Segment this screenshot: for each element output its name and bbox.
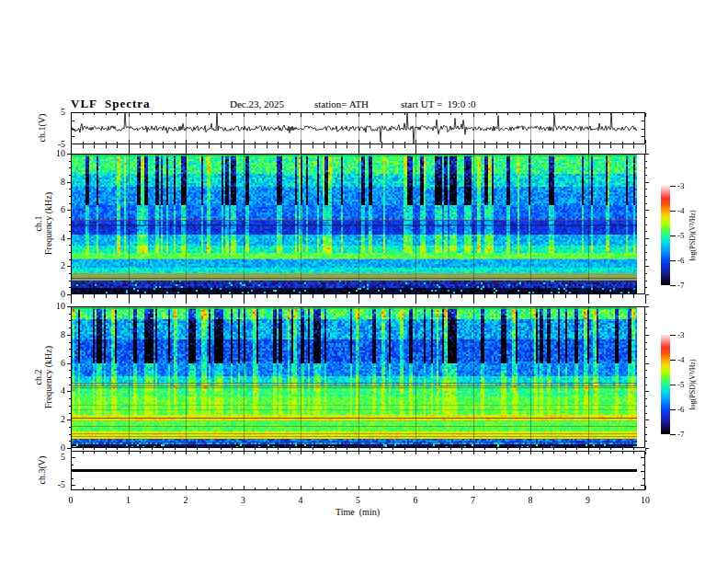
ch2-spec-ylabel-channel: ch.2 [33, 346, 43, 408]
colorbar-tick-label: -5 [677, 231, 692, 240]
colorbar-tick-label: -6 [677, 405, 692, 414]
y-tick-label: -5 [47, 479, 65, 489]
ch2-spectrogram-canvas [71, 306, 645, 448]
y-tick-label: 8 [47, 329, 65, 339]
header-start-ut: start UT = 19:0 :0 [401, 98, 475, 109]
y-tick-label: 2 [47, 260, 65, 270]
ch1-spec-ylabel-axis: Frequency (kHz) [43, 192, 53, 255]
y-tick-label: 5 [47, 107, 65, 117]
ch1-wave-ylabel-text: ch.1(V) [37, 114, 47, 143]
y-tick-label: 2 [47, 414, 65, 424]
x-tick-label: 6 [406, 495, 425, 505]
y-tick-label: 10 [47, 301, 65, 311]
x-axis-label: Time (min) [321, 507, 394, 517]
x-tick-label: 7 [464, 495, 483, 505]
ch3-wave-ylabel: ch.3(V) [37, 456, 47, 485]
colorbar-1 [661, 186, 670, 285]
colorbar-tick-label: -4 [677, 355, 692, 364]
y-tick-label: 4 [47, 385, 65, 396]
x-tick-label: 8 [521, 495, 540, 505]
vlf-spectra-figure: VLF Spectra Dec.23, 2025 station= ATH st… [0, 0, 728, 563]
colorbar-tick-label: -4 [677, 206, 692, 215]
x-tick-label: 0 [62, 495, 80, 505]
y-tick-label: -5 [47, 139, 65, 149]
y-tick-label: 6 [47, 358, 65, 368]
y-tick-label: 6 [47, 204, 65, 214]
x-tick-label: 9 [579, 495, 597, 505]
ch3-wave-ylabel-text: ch.3(V) [37, 456, 47, 485]
x-tick-label: 3 [234, 495, 253, 505]
x-tick-label: 5 [349, 495, 368, 505]
figure-title: VLF Spectra [71, 97, 151, 111]
colorbar-tick-label: -3 [677, 330, 692, 339]
ch1-wave-ylabel: ch.1(V) [37, 114, 47, 143]
ch3-waveform-canvas [71, 451, 645, 490]
colorbar-tick-label: -6 [677, 256, 692, 265]
x-tick-label: 2 [176, 495, 195, 505]
colorbar-tick-label: -7 [677, 281, 692, 290]
y-tick-label: 8 [47, 177, 65, 187]
y-tick-label: 0 [47, 289, 65, 299]
x-tick-label: 1 [119, 495, 138, 505]
colorbar-2 [661, 335, 670, 434]
y-tick-label: 4 [47, 233, 65, 243]
ch2-spec-ylabel-axis: Frequency (kHz) [43, 346, 53, 408]
header-station: station= ATH [314, 98, 369, 109]
ch1-waveform-canvas [71, 112, 645, 144]
colorbar-tick-label: -7 [677, 430, 692, 439]
header-date: Dec.23, 2025 [230, 98, 284, 109]
colorbar-tick-label: -5 [677, 380, 692, 389]
ch1-spec-ylabel: ch.1 Frequency (kHz) [33, 192, 53, 255]
x-tick-label: 10 [636, 495, 654, 505]
ch1-spec-ylabel-channel: ch.1 [33, 192, 43, 255]
y-tick-label: 10 [47, 148, 65, 158]
ch1-spectrogram-canvas [71, 154, 645, 294]
y-tick-label: 5 [47, 452, 65, 462]
x-tick-label: 4 [291, 495, 310, 505]
ch2-spec-ylabel: ch.2 Frequency (kHz) [33, 346, 53, 408]
colorbar-tick-label: -3 [677, 181, 692, 190]
